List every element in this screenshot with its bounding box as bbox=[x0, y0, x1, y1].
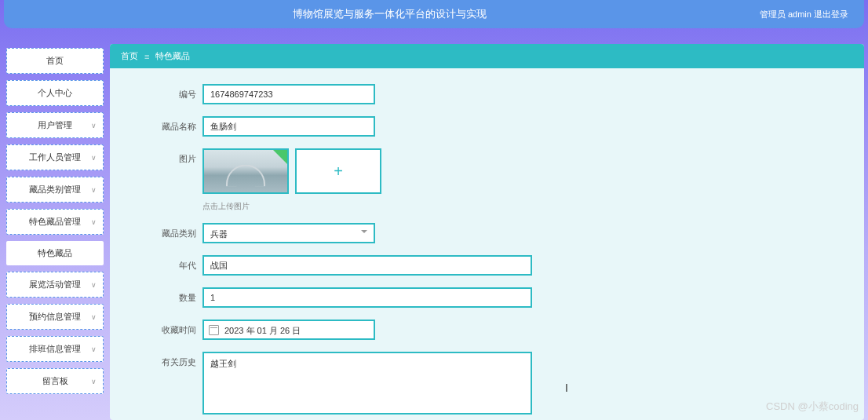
history-wrapper: I bbox=[202, 352, 532, 418]
sidebar-item-label: 用户管理 bbox=[38, 120, 72, 130]
category-select[interactable]: 兵器 bbox=[202, 223, 375, 243]
image-label: 图片 bbox=[149, 148, 196, 165]
era-input[interactable] bbox=[202, 255, 532, 276]
sidebar-item-1[interactable]: 个人中心 bbox=[6, 80, 104, 106]
image-row: + bbox=[202, 148, 381, 194]
admin-label[interactable]: 管理员 admin bbox=[760, 9, 811, 19]
breadcrumb: 首页 ≡ 特色藏品 bbox=[110, 44, 864, 68]
history-label: 有关历史 bbox=[149, 352, 196, 368]
date-label: 收藏时间 bbox=[149, 320, 196, 336]
chevron-down-icon: ∨ bbox=[91, 186, 97, 194]
sidebar-item-label: 留言板 bbox=[42, 376, 68, 385]
sidebar-item-2[interactable]: 用户管理∨ bbox=[6, 112, 104, 138]
sidebar: 首页个人中心用户管理∨工作人员管理∨藏品类别管理∨特色藏品管理∨特色藏品展览活动… bbox=[0, 44, 110, 420]
breadcrumb-current: 特色藏品 bbox=[155, 50, 190, 62]
chevron-down-icon: ∨ bbox=[91, 154, 97, 162]
sidebar-item-6[interactable]: 特色藏品 bbox=[6, 241, 104, 265]
chevron-down-icon: ∨ bbox=[91, 218, 97, 226]
text-cursor-icon: I bbox=[565, 382, 568, 394]
sidebar-item-label: 排班信息管理 bbox=[29, 344, 81, 353]
history-textarea[interactable] bbox=[202, 352, 532, 415]
chevron-down-icon: ∨ bbox=[91, 313, 97, 321]
chevron-down-icon: ∨ bbox=[91, 378, 97, 385]
era-label: 年代 bbox=[149, 255, 196, 272]
container: 首页个人中心用户管理∨工作人员管理∨藏品类别管理∨特色藏品管理∨特色藏品展览活动… bbox=[0, 28, 868, 420]
sidebar-item-label: 展览活动管理 bbox=[29, 279, 81, 289]
sidebar-item-label: 特色藏品管理 bbox=[29, 217, 81, 226]
sidebar-item-label: 个人中心 bbox=[38, 88, 72, 97]
sidebar-item-label: 预约信息管理 bbox=[29, 312, 81, 321]
sidebar-item-label: 首页 bbox=[46, 56, 64, 65]
sidebar-item-7[interactable]: 展览活动管理∨ bbox=[6, 272, 104, 298]
check-corner-icon bbox=[273, 150, 287, 164]
sidebar-item-9[interactable]: 排班信息管理∨ bbox=[6, 336, 104, 362]
sidebar-item-0[interactable]: 首页 bbox=[6, 48, 104, 74]
main-panel: 首页 ≡ 特色藏品 编号 藏品名称 图片 + bbox=[110, 44, 864, 420]
form: 编号 藏品名称 图片 + 点击上传图片 bbox=[110, 68, 864, 420]
plus-icon: + bbox=[334, 163, 343, 181]
app-title: 博物馆展览与服务一体化平台的设计与实现 bbox=[20, 7, 760, 21]
breadcrumb-home[interactable]: 首页 bbox=[121, 50, 138, 62]
sidebar-item-label: 藏品类别管理 bbox=[29, 184, 81, 194]
sidebar-item-label: 工作人员管理 bbox=[29, 152, 81, 162]
sidebar-item-10[interactable]: 留言板∨ bbox=[6, 368, 104, 394]
category-label: 藏品类别 bbox=[149, 223, 196, 239]
category-value: 兵器 bbox=[210, 229, 228, 239]
chevron-down-icon: ∨ bbox=[91, 345, 97, 353]
calendar-icon bbox=[209, 325, 219, 335]
header-actions: 管理员 admin 退出登录 bbox=[760, 9, 848, 20]
breadcrumb-sep-icon: ≡ bbox=[144, 52, 149, 61]
sidebar-item-label: 特色藏品 bbox=[38, 248, 72, 257]
qty-label: 数量 bbox=[149, 287, 196, 304]
add-image-button[interactable]: + bbox=[295, 148, 381, 194]
qty-input[interactable] bbox=[202, 287, 532, 308]
id-input[interactable] bbox=[202, 84, 375, 104]
chevron-down-icon: ∨ bbox=[91, 281, 97, 289]
chevron-down-icon: ∨ bbox=[91, 122, 97, 130]
sidebar-item-8[interactable]: 预约信息管理∨ bbox=[6, 304, 104, 330]
sidebar-item-5[interactable]: 特色藏品管理∨ bbox=[6, 209, 104, 235]
date-value: 2023 年 01 月 26 日 bbox=[224, 326, 301, 335]
id-label: 编号 bbox=[149, 84, 196, 100]
sidebar-item-3[interactable]: 工作人员管理∨ bbox=[6, 144, 104, 170]
upload-hint: 点击上传图片 bbox=[149, 201, 825, 212]
logout-link[interactable]: 退出登录 bbox=[814, 9, 848, 19]
image-thumbnail[interactable] bbox=[202, 148, 289, 194]
sidebar-item-4[interactable]: 藏品类别管理∨ bbox=[6, 177, 104, 203]
name-input[interactable] bbox=[202, 116, 375, 137]
date-input[interactable]: 2023 年 01 月 26 日 bbox=[202, 320, 375, 340]
header: 博物馆展览与服务一体化平台的设计与实现 管理员 admin 退出登录 bbox=[4, 0, 864, 28]
name-label: 藏品名称 bbox=[149, 116, 196, 133]
